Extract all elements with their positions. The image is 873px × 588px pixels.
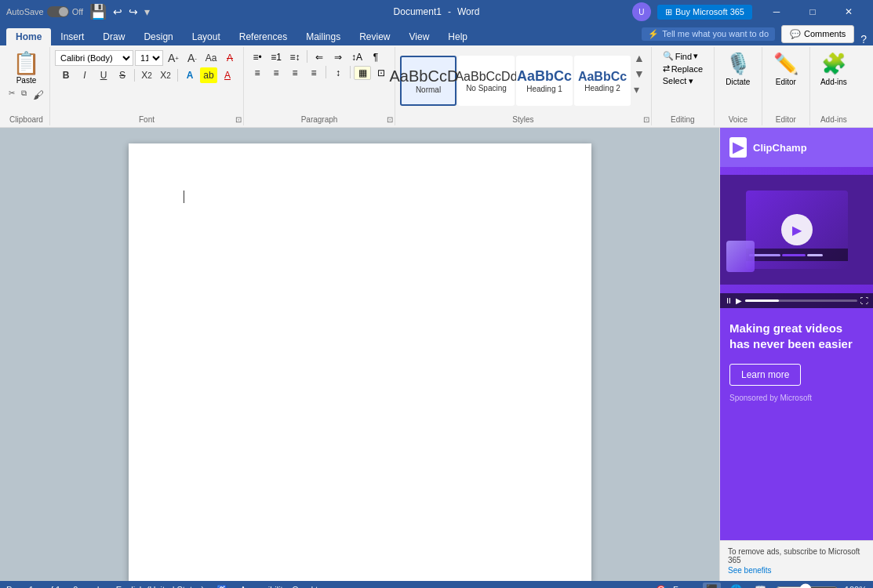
save-icon[interactable]: 💾 xyxy=(89,3,107,20)
play-button[interactable]: ▶ xyxy=(781,214,813,245)
highlight-button[interactable]: ab xyxy=(200,67,217,83)
bold-button[interactable]: B xyxy=(57,67,75,83)
show-marks-button[interactable]: ¶ xyxy=(367,50,384,64)
copy-button[interactable]: ⧉ xyxy=(19,88,29,102)
justify-button[interactable]: ≡ xyxy=(305,66,322,80)
tab-draw[interactable]: Draw xyxy=(93,28,134,45)
nospacing-preview: AaBbCcDd xyxy=(455,70,517,84)
styles-scroll-up[interactable]: ▲ xyxy=(632,50,646,66)
tab-help[interactable]: Help xyxy=(438,28,477,45)
fullscreen-icon[interactable]: ⛶ xyxy=(860,296,868,305)
nospacing-label: No Spacing xyxy=(466,84,507,93)
font-dialog-launcher[interactable]: ⊡ xyxy=(235,115,242,124)
divider3 xyxy=(307,50,307,63)
tab-mailings[interactable]: Mailings xyxy=(296,28,350,45)
borders-button[interactable]: ⊡ xyxy=(373,66,390,80)
underline-button[interactable]: U xyxy=(95,67,112,83)
document-page[interactable] xyxy=(129,143,591,581)
paragraph-group: ≡• ≡1 ≡↕ ⇐ ⇒ ↕A ¶ ≡ ≡ ≡ ≡ ↕ ▦ ⊡ Paragra xyxy=(244,47,395,125)
status-bar: Page 1 of 1 0 words English (United Stat… xyxy=(0,581,873,588)
font-color-button[interactable]: A xyxy=(219,67,236,83)
pause-icon[interactable]: ⏸ xyxy=(725,296,733,305)
window-controls: ─ □ ✕ xyxy=(758,0,867,24)
numbering-button[interactable]: ≡1 xyxy=(267,50,285,64)
buy-microsoft-button[interactable]: ⊞ Buy Microsoft 365 xyxy=(657,5,752,20)
play-small-icon[interactable]: ▶ xyxy=(736,296,742,305)
cut-button[interactable]: ✂ Cut xyxy=(6,88,17,102)
subscript-button[interactable]: X2 xyxy=(138,67,155,83)
comments-button[interactable]: 💬 Comments xyxy=(781,25,854,43)
accessibility-icon: ♿ xyxy=(216,585,227,589)
bullets-button[interactable]: ≡• xyxy=(249,50,266,64)
multilevel-button[interactable]: ≡↕ xyxy=(286,50,304,64)
tab-insert[interactable]: Insert xyxy=(51,28,93,45)
font-family-select[interactable]: Calibri (Body) xyxy=(55,50,133,66)
search-text: Tell me what you want to do xyxy=(662,29,769,38)
ribbon-search[interactable]: ⚡ Tell me what you want to do xyxy=(642,27,775,41)
document-area[interactable] xyxy=(0,128,719,581)
learn-more-button[interactable]: Learn more xyxy=(729,364,801,386)
see-benefits-link[interactable]: See benefits xyxy=(728,566,865,575)
redo-icon[interactable]: ↪ xyxy=(129,5,138,18)
undo-icon[interactable]: ↩ xyxy=(113,5,122,18)
minimize-button[interactable]: ─ xyxy=(758,0,795,24)
superscript-button[interactable]: X2 xyxy=(157,67,174,83)
styles-scroll-down[interactable]: ▼ xyxy=(632,66,646,82)
find-button[interactable]: 🔍 Find ▾ xyxy=(660,50,705,62)
increase-indent-button[interactable]: ⇒ xyxy=(329,50,347,64)
document-name: Document1 xyxy=(394,6,442,17)
change-case-button[interactable]: Aa xyxy=(202,50,220,66)
read-mode-button[interactable]: 📖 xyxy=(751,583,769,588)
user-avatar[interactable]: U xyxy=(632,2,651,21)
tab-references[interactable]: References xyxy=(230,28,296,45)
styles-dialog-launcher[interactable]: ⊡ xyxy=(643,115,649,124)
style-normal-button[interactable]: AaBbCcDd Normal xyxy=(400,56,457,106)
shrink-font-button[interactable]: A- xyxy=(184,50,201,66)
tab-design[interactable]: Design xyxy=(134,28,182,45)
tab-review[interactable]: Review xyxy=(350,28,399,45)
customize-qat-icon[interactable]: ▾ xyxy=(144,5,150,18)
line-spacing-button[interactable]: ↕ xyxy=(329,66,347,80)
language: English (United States) xyxy=(116,585,205,588)
align-left-button[interactable]: ≡ xyxy=(249,66,266,80)
print-layout-button[interactable]: ⬛ xyxy=(703,583,721,588)
main-area: ▶ ClipChamp ✦ ✦ ✦ xyxy=(0,128,873,581)
style-heading2-button[interactable]: AaBbCc Heading 2 xyxy=(574,56,631,106)
strikethrough-button[interactable]: S xyxy=(114,67,131,83)
font-size-select[interactable]: 11 xyxy=(135,50,163,66)
format-painter-button[interactable]: 🖌 xyxy=(31,88,46,102)
clear-formatting-button[interactable]: A xyxy=(221,50,238,66)
clipboard-small-buttons: ✂ Cut ⧉ 🖌 xyxy=(6,88,46,102)
style-heading1-button[interactable]: AaBbCc Heading 1 xyxy=(516,56,573,106)
shading-button[interactable]: ▦ xyxy=(354,66,371,80)
text-effects-button[interactable]: A xyxy=(181,67,198,83)
progress-bar-fill xyxy=(745,299,779,302)
zoom-slider[interactable] xyxy=(776,583,838,588)
web-layout-button[interactable]: 🌐 xyxy=(727,583,745,588)
help-icon[interactable]: ? xyxy=(860,33,867,45)
tab-layout[interactable]: Layout xyxy=(183,28,230,45)
grow-font-button[interactable]: A+ xyxy=(165,50,182,66)
restore-button[interactable]: □ xyxy=(795,0,831,24)
close-button[interactable]: ✕ xyxy=(831,0,867,24)
paste-button[interactable]: 📋 Paste xyxy=(11,49,42,86)
style-nospacing-button[interactable]: AaBbCcDd No Spacing xyxy=(458,56,515,106)
addins-button[interactable]: 🧩 Add-ins xyxy=(815,50,853,88)
editing-group: 🔍 Find ▾ ⇄ Replace Select ▾ Editing xyxy=(652,47,715,125)
heading1-preview: AaBbCc xyxy=(517,68,572,85)
dictate-button[interactable]: 🎙️ Dictate xyxy=(719,50,757,88)
select-button[interactable]: Select ▾ xyxy=(660,75,705,87)
align-right-button[interactable]: ≡ xyxy=(286,66,304,80)
tab-home[interactable]: Home xyxy=(6,28,51,45)
align-center-button[interactable]: ≡ xyxy=(267,66,285,80)
decrease-indent-button[interactable]: ⇐ xyxy=(311,50,328,64)
editor-button[interactable]: ✏️ Editor xyxy=(767,50,805,88)
styles-expand[interactable]: ▾ xyxy=(632,82,646,97)
tab-view[interactable]: View xyxy=(400,28,439,45)
autosave-toggle[interactable] xyxy=(47,6,69,17)
replace-button[interactable]: ⇄ Replace xyxy=(660,63,705,74)
search-icon: ⚡ xyxy=(648,29,659,39)
sort-button[interactable]: ↕A xyxy=(348,50,366,64)
paragraph-dialog-launcher[interactable]: ⊡ xyxy=(387,115,393,124)
italic-button[interactable]: I xyxy=(76,67,93,83)
